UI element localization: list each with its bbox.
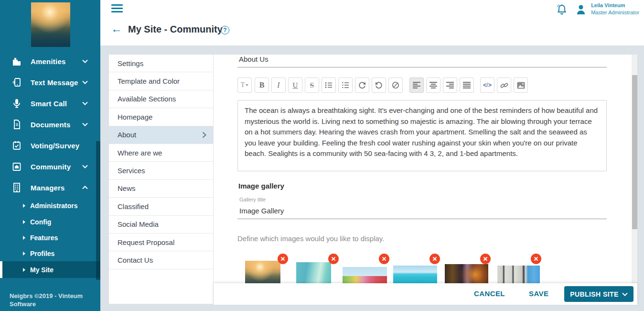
remove-image-button[interactable] bbox=[480, 254, 491, 264]
remove-image-button[interactable] bbox=[379, 254, 389, 264]
gallery-title-input[interactable]: Image Gallery bbox=[239, 207, 284, 215]
menu-item-template-and-color[interactable]: Template and Color bbox=[109, 72, 213, 90]
sidebar-subitem-label: Features bbox=[30, 234, 58, 242]
strikethrough-button[interactable]: S bbox=[305, 78, 319, 93]
building-icon bbox=[11, 57, 22, 66]
bullet-list-button[interactable] bbox=[322, 78, 336, 93]
gallery-thumbnail-turquoise-sea[interactable] bbox=[393, 266, 437, 283]
help-icon[interactable]: ? bbox=[221, 26, 229, 34]
triangle-bullet-icon bbox=[23, 236, 25, 240]
insert-image-button[interactable] bbox=[514, 78, 528, 93]
hamburger-menu-icon[interactable] bbox=[111, 4, 123, 12]
menu-item-classified[interactable]: Classified bbox=[109, 198, 213, 215]
sidebar-item-label: Voting/Survey bbox=[31, 142, 79, 150]
remove-image-button[interactable] bbox=[278, 254, 288, 264]
gallery-thumbnail-colorful-beach-huts[interactable] bbox=[343, 267, 387, 283]
close-icon bbox=[382, 256, 386, 261]
chevron-down-icon bbox=[82, 122, 88, 126]
office-building-icon bbox=[11, 183, 22, 192]
user-info[interactable]: Leila Vinteum Master Administrator bbox=[591, 2, 639, 15]
menu-item-services[interactable]: Services bbox=[109, 162, 213, 179]
redo-button[interactable] bbox=[355, 78, 369, 93]
chevron-right-icon bbox=[202, 132, 206, 138]
menu-item-social-media[interactable]: Social Media bbox=[109, 216, 213, 233]
sidebar-subitem-features[interactable]: Features bbox=[0, 230, 100, 246]
align-justify-button[interactable] bbox=[460, 78, 474, 93]
sidebar-subitem-administrators[interactable]: Administrators bbox=[0, 198, 100, 214]
menu-item-about[interactable]: About bbox=[109, 126, 213, 144]
sidebar-item-community[interactable]: Community bbox=[0, 156, 100, 177]
code-view-button[interactable]: </> bbox=[480, 78, 494, 93]
clear-format-button[interactable] bbox=[388, 78, 403, 93]
remove-image-button[interactable] bbox=[429, 254, 440, 264]
align-left-button[interactable] bbox=[409, 78, 424, 93]
microphone-icon bbox=[11, 99, 22, 108]
about-us-field-value[interactable]: About Us bbox=[239, 55, 268, 63]
italic-button[interactable]: I bbox=[271, 78, 286, 93]
top-bar: ← My Site - Community ? Leila Vinteum Ma… bbox=[100, 0, 644, 45]
notifications-bell-icon[interactable] bbox=[557, 4, 567, 15]
bullet-list-icon bbox=[325, 82, 333, 89]
undo-button[interactable] bbox=[372, 78, 386, 93]
menu-item-contact-us[interactable]: Contact Us bbox=[109, 251, 213, 269]
chevron-down-icon bbox=[82, 101, 88, 105]
action-bar: CANCEL SAVE PUBLISH SITE bbox=[214, 283, 637, 305]
sidebar-item-amenities[interactable]: Amenities bbox=[0, 51, 100, 72]
menu-item-settings[interactable]: Settings bbox=[109, 55, 213, 72]
sidebar-item-voting-survey[interactable]: Voting/Survey bbox=[0, 135, 100, 156]
sidebar-item-managers[interactable]: Managers bbox=[0, 177, 100, 198]
align-center-button[interactable] bbox=[426, 78, 440, 93]
cancel-button[interactable]: CANCEL bbox=[474, 289, 505, 298]
menu-item-label: Where are we bbox=[118, 149, 162, 157]
sidebar-subitem-label: Administrators bbox=[30, 202, 78, 210]
remove-image-button[interactable] bbox=[531, 254, 541, 264]
content-scrollbar-thumb[interactable] bbox=[632, 75, 637, 229]
sidebar-item-text-message[interactable]: Text Message bbox=[0, 72, 100, 93]
numbered-list-button[interactable] bbox=[338, 78, 353, 93]
menu-item-where-are-we[interactable]: Where are we bbox=[109, 144, 213, 162]
close-icon bbox=[331, 256, 336, 261]
bold-glyph: B bbox=[259, 81, 265, 89]
align-right-button[interactable] bbox=[443, 78, 457, 93]
remove-image-button[interactable] bbox=[328, 254, 339, 264]
sidebar-item-label: Managers bbox=[31, 184, 65, 192]
undo-icon bbox=[375, 81, 383, 89]
gallery-thumbnail-building-facade[interactable] bbox=[497, 266, 540, 283]
triangle-bullet-icon bbox=[23, 204, 25, 208]
gallery-thumbnail-city-night[interactable] bbox=[445, 264, 488, 283]
font-style-button[interactable]: T bbox=[237, 78, 252, 93]
sidebar-subitem-label: My Site bbox=[30, 266, 54, 274]
insert-link-button[interactable] bbox=[497, 78, 511, 93]
code-gt-glyph: > bbox=[488, 82, 492, 89]
chevron-down-icon bbox=[622, 292, 628, 296]
menu-item-news[interactable]: News bbox=[109, 180, 213, 198]
back-arrow-icon[interactable]: ← bbox=[111, 23, 122, 34]
sidebar-scrollbar[interactable] bbox=[96, 141, 100, 280]
about-us-rich-text-editor[interactable]: The ocean is always a breathtaking sight… bbox=[237, 100, 607, 171]
gallery-thumbnail-aerial-coastline[interactable] bbox=[296, 262, 331, 283]
close-icon bbox=[534, 256, 538, 261]
publish-site-button[interactable]: PUBLISH SITE bbox=[564, 286, 633, 302]
user-avatar-icon[interactable] bbox=[576, 4, 586, 15]
sidebar-subitem-config[interactable]: Config bbox=[0, 214, 100, 230]
sidebar: Amenities Text Message Smart Call Docume… bbox=[0, 0, 100, 311]
sidebar-item-label: Amenities bbox=[31, 57, 66, 66]
menu-item-available-sections[interactable]: Available Sections bbox=[109, 90, 213, 108]
sidebar-item-smart-call[interactable]: Smart Call bbox=[0, 93, 100, 114]
font-style-label: T bbox=[241, 81, 245, 89]
chevron-down-icon bbox=[82, 165, 88, 168]
bold-button[interactable]: B bbox=[255, 78, 269, 93]
sidebar-item-documents[interactable]: Documents bbox=[0, 114, 100, 135]
menu-item-request-proposal[interactable]: Request Proposal bbox=[109, 233, 213, 251]
gallery-thumbnail-sunset-town[interactable] bbox=[245, 261, 280, 283]
ban-icon bbox=[392, 81, 399, 89]
sidebar-subitem-profiles[interactable]: Profiles bbox=[0, 245, 100, 262]
underline-button[interactable]: U bbox=[288, 78, 302, 93]
menu-item-homepage[interactable]: Homepage bbox=[109, 108, 213, 126]
phone-message-icon bbox=[11, 78, 22, 87]
image-gallery-heading: Image gallery bbox=[238, 182, 284, 190]
user-role: Master Administrator bbox=[591, 10, 639, 15]
save-button[interactable]: SAVE bbox=[529, 289, 548, 298]
sidebar-subitem-my-site[interactable]: My Site bbox=[0, 261, 100, 278]
link-icon bbox=[500, 81, 508, 89]
